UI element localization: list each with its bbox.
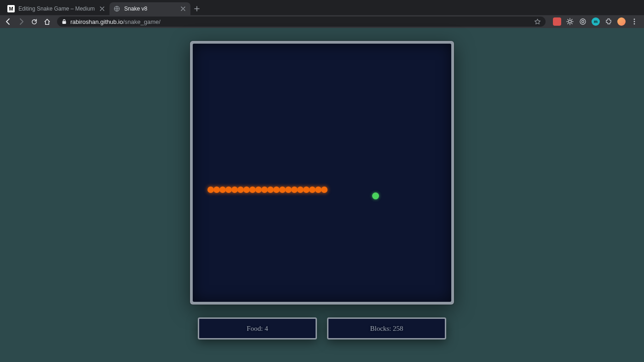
snake-segment	[315, 187, 322, 193]
snake-segment	[231, 187, 238, 193]
url-path: /snake_game/	[123, 18, 161, 25]
blocks-label: Blocks:	[370, 325, 391, 333]
url-text: rabiroshan.github.io/snake_game/	[70, 18, 530, 25]
snake-segment	[297, 187, 304, 193]
snake	[207, 187, 327, 193]
svg-point-4	[582, 21, 584, 23]
extension-icons: m	[550, 17, 641, 26]
tab-snake-v8[interactable]: Snake v8	[109, 2, 190, 15]
food	[372, 192, 379, 199]
tab-editing-snake-game[interactable]: M Editing Snake Game – Medium	[4, 2, 109, 15]
game-board-frame	[190, 41, 454, 305]
snake-segment	[291, 187, 298, 193]
snake-segment	[279, 187, 286, 193]
close-icon[interactable]	[98, 5, 106, 12]
blocks-panel: Blocks: 258	[327, 317, 446, 339]
browser-tabstrip: M Editing Snake Game – Medium Snake v8	[0, 0, 644, 15]
page-viewport: Food: 4 Blocks: 258	[0, 28, 644, 362]
new-tab-button[interactable]	[190, 2, 203, 15]
snake-segment	[261, 187, 268, 193]
svg-point-5	[634, 19, 635, 20]
extension-icon[interactable]: m	[592, 17, 600, 26]
extension-icon[interactable]	[566, 17, 574, 26]
extension-icon[interactable]	[579, 17, 587, 26]
snake-segment	[309, 187, 316, 193]
globe-favicon-icon	[113, 5, 121, 12]
svg-rect-1	[63, 21, 66, 24]
tab-title: Snake v8	[124, 6, 176, 12]
blocks-value: 258	[393, 325, 403, 333]
reload-button[interactable]	[29, 16, 40, 27]
snake-segment	[225, 187, 232, 193]
url-host: rabiroshan.github.io	[70, 18, 123, 25]
profile-avatar-icon[interactable]	[617, 17, 626, 26]
snake-segment	[243, 187, 250, 193]
snake-segment	[285, 187, 292, 193]
home-button[interactable]	[41, 16, 52, 27]
stats-panels: Food: 4 Blocks: 258	[198, 317, 446, 339]
snake-segment	[219, 187, 226, 193]
food-label: Food:	[247, 325, 263, 333]
browser-toolbar: rabiroshan.github.io/snake_game/ m	[0, 15, 644, 28]
svg-point-3	[580, 19, 586, 24]
address-bar[interactable]: rabiroshan.github.io/snake_game/	[57, 17, 546, 27]
snake-segment	[303, 187, 310, 193]
snake-segment	[255, 187, 262, 193]
snake-segment	[249, 187, 256, 193]
snake-segment	[207, 187, 214, 193]
snake-segment	[321, 187, 328, 193]
forward-button[interactable]	[16, 16, 27, 27]
tab-title: Editing Snake Game – Medium	[18, 6, 95, 12]
extensions-menu-icon[interactable]	[604, 17, 613, 26]
close-icon[interactable]	[179, 5, 187, 12]
kebab-menu-icon[interactable]	[630, 17, 638, 26]
lock-icon	[62, 19, 67, 24]
extension-icon[interactable]	[553, 17, 561, 26]
game-board[interactable]	[193, 44, 451, 302]
medium-favicon-icon: M	[7, 5, 15, 12]
snake-segment	[267, 187, 274, 193]
svg-point-7	[634, 23, 635, 25]
food-value: 4	[264, 325, 268, 333]
bookmark-star-icon[interactable]	[534, 18, 541, 25]
snake-segment	[213, 187, 220, 193]
svg-point-6	[634, 21, 635, 23]
back-button[interactable]	[3, 16, 14, 27]
snake-segment	[273, 187, 280, 193]
food-panel: Food: 4	[198, 317, 317, 339]
snake-segment	[237, 187, 244, 193]
svg-point-2	[569, 20, 571, 23]
